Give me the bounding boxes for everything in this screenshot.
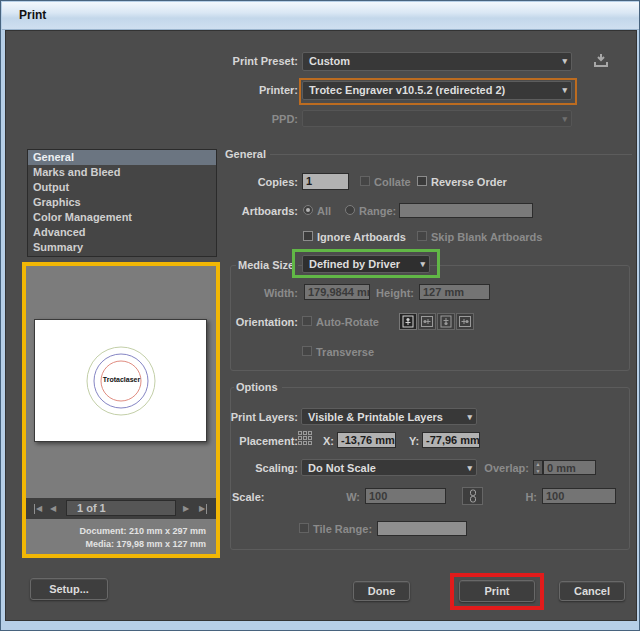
print-dialog-window: Print Print Preset: Custom ▾ Printer: Tr…: [0, 0, 640, 631]
scale-h-input: 100: [542, 488, 616, 504]
printer-label: Printer:: [166, 82, 298, 98]
orientation-landscape-left-icon: [421, 316, 434, 328]
done-button[interactable]: Done: [353, 581, 410, 601]
window-title: Print: [19, 8, 46, 22]
ignore-artboards-checkbox[interactable]: [303, 231, 313, 241]
print-button[interactable]: Print: [459, 580, 535, 602]
placement-x-label: X:: [323, 433, 334, 449]
height-label: Height:: [346, 285, 414, 301]
print-preset-label: Print Preset:: [166, 53, 298, 69]
media-size-dropdown[interactable]: Defined by Driver ▾: [302, 255, 430, 273]
width-label: Width:: [225, 285, 298, 301]
print-preset-value: Custom: [309, 55, 350, 67]
printer-dropdown[interactable]: Trotec Engraver v10.5.2 (redirected 2) ▾: [302, 81, 572, 100]
stepper-down-icon: ▼: [534, 468, 542, 475]
auto-rotate-checkbox: [302, 316, 312, 326]
header-divider: [270, 154, 632, 155]
print-preset-dropdown[interactable]: Custom ▾: [302, 52, 572, 71]
placement-label: Placement:: [225, 433, 298, 449]
collate-checkbox: [360, 176, 370, 186]
printer-value: Trotec Engraver v10.5.2 (redirected 2): [309, 84, 505, 96]
dialog-content: Print Preset: Custom ▾ Printer: Trotec E…: [5, 30, 637, 621]
chain-link-icon: [468, 489, 478, 503]
general-panel-header: General: [225, 146, 266, 162]
scale-h-label: H:: [503, 489, 537, 505]
placement-x-input[interactable]: -13,76 mm: [337, 432, 396, 448]
placement-y-input[interactable]: -77,96 mm: [422, 432, 480, 448]
orientation-label: Orientation:: [225, 314, 298, 330]
artboards-range-radio[interactable]: [345, 205, 355, 215]
print-layers-label: Print Layers:: [225, 409, 298, 425]
ignore-artboards-label: Ignore Artboards: [317, 229, 406, 245]
range-input: [399, 203, 533, 218]
sidebar-item-graphics[interactable]: Graphics: [28, 195, 216, 210]
document-size-info: Document: 210 mm x 297 mm: [26, 526, 206, 536]
sidebar-item-general[interactable]: General: [28, 150, 216, 165]
media-size-info: Media: 179,98 mm x 127 mm: [26, 539, 206, 549]
orientation-landscape-left-button[interactable]: [418, 313, 436, 330]
reverse-order-label: Reverse Order: [431, 174, 507, 190]
settings-section-list: General Marks and Bleed Output Graphics …: [27, 149, 217, 257]
next-page-button[interactable]: ▶: [183, 504, 189, 514]
artboards-label: Artboards:: [225, 203, 298, 219]
sidebar-item-marks-and-bleed[interactable]: Marks and Bleed: [28, 165, 216, 180]
first-page-button[interactable]: ◀: [34, 504, 42, 514]
transverse-label: Transverse: [316, 344, 374, 360]
copies-label: Copies:: [225, 174, 298, 190]
scale-w-label: W:: [326, 489, 360, 505]
orientation-portrait-down-button[interactable]: [437, 313, 455, 330]
orientation-portrait-down-icon: [440, 315, 452, 328]
print-layers-value: Visible & Printable Layers: [308, 411, 443, 423]
skip-blank-artboards-checkbox: [417, 231, 427, 241]
last-page-button[interactable]: ▶: [199, 504, 207, 514]
scaling-label: Scaling:: [225, 460, 298, 476]
setup-button[interactable]: Setup...: [30, 578, 108, 600]
sidebar-item-color-management[interactable]: Color Management: [28, 210, 216, 225]
save-preset-button[interactable]: [592, 52, 610, 69]
copies-input[interactable]: 1: [302, 173, 349, 190]
skip-blank-artboards-label: Skip Blank Artboards: [431, 229, 542, 245]
scale-label: Scale:: [232, 489, 264, 505]
print-layers-dropdown[interactable]: Visible & Printable Layers ▾: [301, 408, 477, 425]
scale-w-input: 100: [365, 488, 446, 504]
constrain-proportions-button[interactable]: [462, 487, 483, 505]
page-nav-bar: ◀ ◀ 1 of 1 ▶ ▶: [26, 498, 216, 519]
tile-range-input: [377, 521, 467, 536]
chevron-down-icon: ▾: [467, 410, 472, 425]
orientation-portrait-up-button[interactable]: [399, 313, 417, 330]
scaling-value: Do Not Scale: [308, 462, 376, 474]
artboards-all-radio[interactable]: [303, 205, 313, 215]
preview-logo-text: Trotaclaser: [35, 376, 208, 383]
preview-page[interactable]: Trotaclaser: [34, 319, 207, 442]
media-size-label: Media Size: [238, 257, 294, 273]
orientation-landscape-right-button[interactable]: [456, 313, 474, 330]
sidebar-item-summary[interactable]: Summary: [28, 240, 216, 255]
placement-y-label: Y:: [409, 433, 419, 449]
placement-proxy-grid[interactable]: [298, 431, 315, 448]
title-bar[interactable]: Print: [2, 2, 640, 30]
sidebar-item-output[interactable]: Output: [28, 180, 216, 195]
chevron-down-icon: ▾: [562, 112, 567, 127]
prev-page-button[interactable]: ◀: [50, 504, 56, 514]
reverse-order-checkbox[interactable]: [417, 176, 427, 186]
chevron-down-icon: ▾: [562, 83, 567, 98]
cancel-button[interactable]: Cancel: [559, 581, 625, 601]
sidebar-item-advanced[interactable]: Advanced: [28, 225, 216, 240]
ppd-label: PPD:: [166, 111, 298, 127]
ppd-dropdown: ▾: [302, 110, 572, 127]
tile-range-checkbox: [299, 523, 309, 533]
print-preview-panel: Trotaclaser ◀ ◀ 1 of 1 ▶ ▶ Document: 210…: [22, 262, 220, 558]
transverse-checkbox: [302, 346, 312, 356]
orientation-portrait-up-icon: [402, 315, 414, 328]
artboards-range-label: Range:: [359, 203, 396, 219]
collate-label: Collate: [374, 174, 411, 190]
auto-rotate-label: Auto-Rotate: [316, 314, 379, 330]
page-indicator-input[interactable]: 1 of 1: [66, 500, 176, 516]
chevron-down-icon: ▾: [562, 54, 567, 69]
save-preset-icon: [592, 52, 610, 69]
height-input: 127 mm: [419, 284, 490, 300]
scaling-dropdown[interactable]: Do Not Scale ▾: [301, 459, 477, 476]
chevron-down-icon: ▾: [420, 257, 425, 272]
options-header: Options: [236, 379, 278, 395]
overlap-stepper: ▲ ▼: [533, 460, 543, 475]
